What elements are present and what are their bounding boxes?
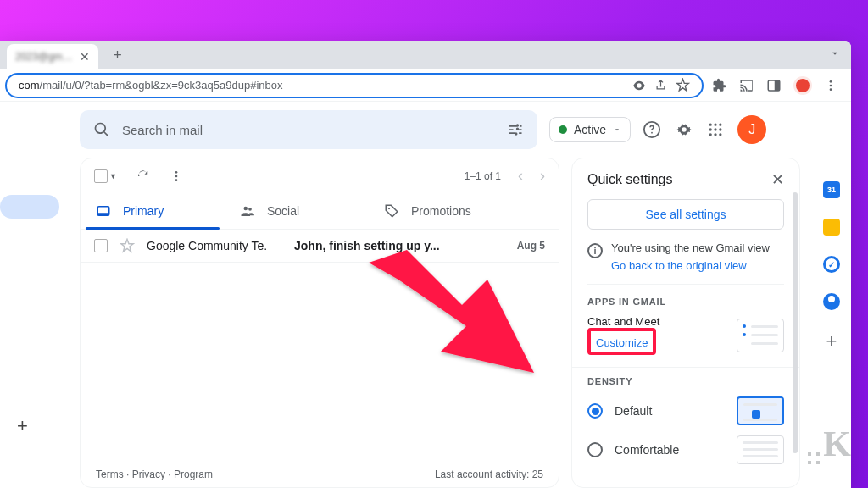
status-chip[interactable]: Active: [549, 117, 631, 142]
inbox-toolbar: ▼ 1–1 of 1 ‹ ›: [81, 158, 559, 193]
prev-page-icon[interactable]: ‹: [518, 167, 523, 185]
main-area: Search in mail Active J: [68, 102, 851, 488]
svg-point-15: [175, 171, 178, 174]
kebab-menu-icon[interactable]: [824, 79, 837, 92]
search-box[interactable]: Search in mail: [80, 110, 537, 149]
status-dot-icon: [559, 125, 567, 134]
close-tab-icon[interactable]: ✕: [80, 50, 90, 64]
apps-section-header: APPS IN GMAIL: [587, 297, 784, 307]
chevron-down-icon: [613, 125, 621, 134]
side-panel: +: [812, 158, 851, 488]
svg-rect-1: [775, 80, 780, 91]
tab-social[interactable]: Social: [225, 193, 369, 229]
row-checkbox[interactable]: [94, 239, 108, 252]
help-icon[interactable]: [643, 120, 661, 139]
settings-icon[interactable]: [675, 120, 693, 139]
star-icon[interactable]: [676, 78, 690, 92]
svg-point-4: [830, 88, 832, 91]
apps-section: APPS IN GMAIL Chat and Meet Customize: [572, 297, 799, 368]
svg-point-12: [709, 133, 712, 136]
next-page-icon[interactable]: ›: [540, 167, 545, 185]
footer-activity: Last account activity: 25: [435, 469, 543, 480]
more-icon[interactable]: [170, 169, 183, 183]
tune-icon[interactable]: [507, 121, 524, 138]
extensions-icon[interactable]: [712, 78, 727, 93]
account-avatar[interactable]: J: [737, 115, 766, 144]
inbox-footer: Terms · Privacy · Program Last account a…: [81, 462, 559, 487]
svg-point-22: [388, 208, 390, 209]
pager: 1–1 of 1 ‹ ›: [465, 167, 545, 185]
panel-icon[interactable]: [766, 78, 782, 93]
tab-promotions[interactable]: Promotions: [369, 193, 513, 229]
status-label: Active: [574, 123, 606, 136]
footer-links[interactable]: Terms · Privacy · Program: [96, 469, 213, 480]
refresh-icon[interactable]: [136, 169, 151, 184]
new-view-notice: i You're using the new Gmail view Go bac…: [587, 241, 784, 285]
customize-link[interactable]: Customize: [596, 336, 648, 349]
notice-link[interactable]: Go back to the original view: [611, 259, 784, 272]
svg-point-20: [244, 207, 248, 211]
browser-actions: [704, 76, 846, 95]
svg-point-3: [830, 84, 832, 86]
omnibox-actions: [632, 78, 690, 92]
close-icon[interactable]: ✕: [771, 170, 784, 189]
svg-point-11: [719, 128, 721, 130]
svg-point-9: [709, 128, 712, 130]
apps-grid-icon[interactable]: [707, 121, 724, 138]
nav-active-pill[interactable]: [0, 195, 59, 219]
tab-bar: 2023@gm… ✕ +: [0, 41, 851, 69]
eye-icon[interactable]: [632, 79, 646, 92]
search-icon: [93, 121, 110, 138]
new-tab-button[interactable]: +: [107, 44, 129, 66]
density-section-header: DENSITY: [572, 376, 799, 391]
star-icon[interactable]: [120, 238, 135, 253]
top-bar: Search in mail Active J: [68, 102, 851, 158]
radio-unchecked-icon: [587, 442, 603, 458]
cast-icon[interactable]: [739, 78, 754, 93]
url-path: /mail/u/0/?tab=rm&ogbl&zx=9ck3aq5a9dup#i…: [40, 79, 283, 92]
svg-point-10: [714, 128, 716, 130]
tab-primary[interactable]: Primary: [81, 193, 225, 229]
density-default-option[interactable]: Default: [572, 391, 799, 430]
layout-thumbnail: [737, 319, 784, 352]
select-all[interactable]: ▼: [94, 169, 117, 183]
svg-point-16: [175, 175, 178, 177]
browser-tab[interactable]: 2023@gm… ✕: [7, 44, 98, 69]
people-icon: [240, 203, 255, 219]
density-comfortable-option[interactable]: Comfortable: [572, 430, 799, 469]
svg-point-21: [248, 208, 252, 211]
mail-subject: John, finish setting up y...: [294, 239, 505, 252]
tasks-icon[interactable]: [823, 256, 840, 273]
contacts-icon[interactable]: [823, 293, 840, 310]
svg-point-2: [830, 80, 832, 83]
compose-plus-icon[interactable]: +: [17, 415, 28, 437]
density-comfortable-label: Comfortable: [615, 443, 725, 457]
quick-settings-title: Quick settings: [587, 172, 672, 187]
quick-settings-panel: Quick settings ✕ See all settings i You'…: [571, 158, 800, 488]
density-comfortable-thumb: [737, 435, 784, 464]
svg-rect-19: [97, 213, 109, 215]
left-rail: +: [0, 102, 68, 488]
customize-highlight: Customize: [587, 328, 656, 355]
tag-icon: [384, 203, 399, 219]
mail-row[interactable]: Google Community Te. John, finish settin…: [81, 230, 559, 263]
url-bar: com/mail/u/0/?tab=rm&ogbl&zx=9ck3aq5a9du…: [0, 69, 851, 102]
svg-point-13: [714, 133, 716, 136]
header-icons: J: [643, 115, 766, 144]
addons-plus-icon[interactable]: +: [826, 330, 837, 352]
notice-text: You're using the new Gmail view: [611, 241, 784, 254]
quick-settings-header: Quick settings ✕: [572, 170, 799, 199]
profile-avatar-small[interactable]: [793, 76, 812, 95]
see-all-settings-button[interactable]: See all settings: [587, 199, 784, 230]
share-icon[interactable]: [654, 79, 667, 92]
svg-point-14: [719, 133, 721, 136]
inbox-panel: ▼ 1–1 of 1 ‹ › Primary: [80, 158, 559, 488]
keep-icon[interactable]: [823, 219, 840, 236]
omnibox[interactable]: com/mail/u/0/?tab=rm&ogbl&zx=9ck3aq5a9du…: [5, 73, 704, 98]
search-placeholder: Search in mail: [122, 123, 495, 137]
calendar-icon[interactable]: [823, 181, 840, 198]
app-content: + Search in mail Active J: [0, 102, 851, 488]
checkbox-icon: [94, 169, 108, 183]
density-default-label: Default: [615, 404, 725, 418]
chevron-down-icon[interactable]: [829, 47, 841, 59]
